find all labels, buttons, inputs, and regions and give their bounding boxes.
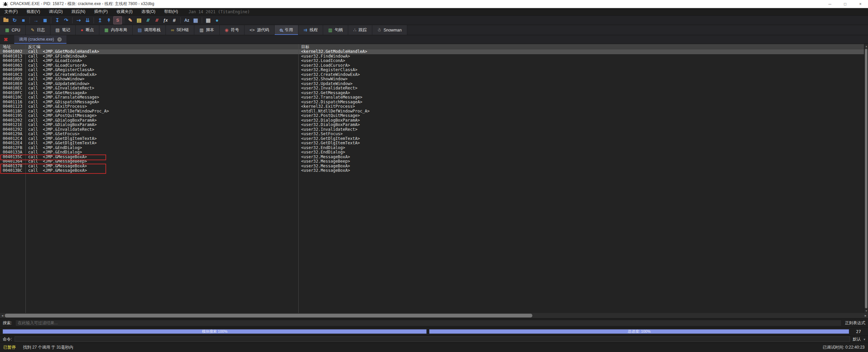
scroll-right-icon[interactable]: ▶: [863, 313, 868, 318]
font-button[interactable]: Az: [182, 16, 191, 24]
fx-button[interactable]: ƒx: [161, 16, 170, 24]
run-to-user-code-button[interactable]: ↟: [104, 16, 113, 24]
table-row[interactable]: 0040129Acall <JMP.&SetFocus><user32.SetF…: [0, 132, 868, 137]
font-icon: Az: [184, 18, 190, 22]
table-row[interactable]: 004010C3call <JMP.&CreateWindowExA><user…: [0, 73, 868, 77]
step-into-button[interactable]: ↧: [53, 16, 62, 24]
chevron-down-icon[interactable]: ▾: [864, 337, 865, 341]
column-divider: [298, 44, 299, 313]
tab-notes[interactable]: ▤ 笔记: [51, 25, 76, 35]
open-file-button[interactable]: [1, 16, 10, 24]
tab-call-stack[interactable]: ▤ 调用堆栈: [133, 25, 166, 35]
regex-toggle[interactable]: 正则表达式: [845, 320, 865, 326]
tab-script[interactable]: ▥ 脚本: [194, 25, 219, 35]
vertical-scrollbar-thumb[interactable]: [865, 49, 867, 308]
table-row[interactable]: 004010ECcall <JMP.&InvalidateRect><user3…: [0, 86, 868, 91]
row-disassembly: call <JMP.&ExitProcess>: [25, 104, 298, 109]
tab-cpu[interactable]: ▦ CPU: [0, 25, 26, 35]
globe-button[interactable]: ●: [213, 16, 221, 24]
table-row[interactable]: 00401013call <JMP.&FindWindowA><user32.F…: [0, 54, 868, 59]
menu-item-help[interactable]: 帮助(H): [160, 8, 182, 15]
row-destination: <ntdll.NtdllDefWindowProc_A>: [298, 109, 868, 114]
subtab-calls[interactable]: 调用 (crackme.exe) ×: [14, 35, 66, 44]
table-row[interactable]: 00401292call <JMP.&InvalidateRect><user3…: [0, 127, 868, 132]
restart-button[interactable]: ↻: [10, 16, 19, 24]
s-button[interactable]: S: [113, 16, 122, 24]
subtab-close-button[interactable]: ×: [57, 37, 62, 42]
table-row[interactable]: 00401002call <JMP.&GetModuleHandleA><ker…: [0, 49, 868, 54]
tab-memory-map[interactable]: ▦ 内存布局: [99, 25, 133, 35]
close-button[interactable]: ×: [853, 0, 868, 8]
column-header-address[interactable]: 地址: [0, 44, 25, 49]
column-header-destination[interactable]: 目标: [298, 44, 868, 49]
menu-item-plugins[interactable]: 插件(P): [90, 8, 112, 15]
table-row[interactable]: 0040110Ccall <JMP.&TranslateMessage><use…: [0, 95, 868, 100]
table-row[interactable]: 00401052call <JMP.&LoadIconA><user32.Loa…: [0, 59, 868, 63]
table-row[interactable]: 00401378call <JMP.&MessageBoxA><user32.M…: [0, 164, 868, 169]
tab-breakpoints[interactable]: ● 断点: [76, 25, 99, 35]
maximize-button[interactable]: □: [837, 0, 853, 8]
table-row[interactable]: 004012FBcall <JMP.&EndDialog><user32.End…: [0, 146, 868, 150]
menu-item-file[interactable]: 文件(F): [0, 8, 22, 15]
trace-over-button[interactable]: ⇊: [83, 16, 92, 24]
table-row[interactable]: 00401202call <JMP.&DialogBoxParamA><user…: [0, 118, 868, 123]
tab-threads[interactable]: ⇉ 线程: [298, 25, 323, 35]
tab-references[interactable]: 引用: [275, 25, 298, 35]
horizontal-scrollbar-thumb[interactable]: [5, 314, 532, 317]
table-row[interactable]: 004012E4call <JMP.&GetDlgItemTextA><user…: [0, 141, 868, 146]
table-row[interactable]: 0040135Ccall <JMP.&MessageBoxA><user32.M…: [0, 155, 868, 160]
pause-button[interactable]: ▮▮: [40, 16, 49, 24]
hash-button[interactable]: #: [170, 16, 179, 24]
table-row[interactable]: 004010E0call <JMP.&UpdateWindow><user32.…: [0, 82, 868, 86]
table-row[interactable]: 004013BCcall <JMP.&MessageBoxA><user32.M…: [0, 168, 868, 173]
menu-item-view[interactable]: 视图(V): [22, 8, 44, 15]
search-input[interactable]: [15, 320, 842, 326]
trace-into-button[interactable]: ⇢: [74, 16, 83, 24]
table-row[interactable]: 00401116call <JMP.&DispatchMessageA><use…: [0, 100, 868, 105]
comment-button[interactable]: ▤: [135, 16, 143, 24]
tab-snowman[interactable]: ☃ Snowman: [372, 25, 407, 35]
tab-trace[interactable]: ∴ 跟踪: [348, 25, 372, 35]
table-row[interactable]: 004010D5call <JMP.&ShowWindow><user32.Sh…: [0, 77, 868, 82]
table-row[interactable]: 00401195call <JMP.&PostQuitMessage><user…: [0, 113, 868, 118]
goto-next-button[interactable]: ///: [152, 16, 161, 24]
calculator-button[interactable]: ▦: [204, 16, 213, 24]
scroll-down-icon[interactable]: ▼: [864, 309, 868, 313]
table-row[interactable]: 0040118Ccall <JMP.&NtdllDefWindowProc_A>…: [0, 109, 868, 114]
tab-symbols[interactable]: ◉ 符号: [220, 25, 244, 35]
table-row[interactable]: 00401123call <JMP.&ExitProcess><kernel32…: [0, 104, 868, 109]
patches-button[interactable]: ▦: [191, 16, 200, 24]
scroll-up-icon[interactable]: ▲: [864, 44, 868, 48]
goto-previous-button[interactable]: ///: [143, 16, 152, 24]
minimize-button[interactable]: ─: [822, 0, 837, 8]
menu-item-debug[interactable]: 调试(D): [44, 8, 67, 15]
tab-source[interactable]: <> 源代码: [244, 25, 275, 35]
table-row[interactable]: 004010FCcall <JMP.&GetMessageA><user32.G…: [0, 91, 868, 96]
patch-button[interactable]: ✎: [126, 16, 135, 24]
tab-handles[interactable]: ▥ 句柄: [323, 25, 348, 35]
menu-item-options[interactable]: 选项(O): [137, 8, 160, 15]
menu-item-trace[interactable]: 跟踪(N): [67, 8, 90, 15]
close-all-tabs-button[interactable]: ✖: [0, 35, 12, 44]
table-row[interactable]: 00401090call <JMP.&RegisterClassA><user3…: [0, 68, 868, 73]
horizontal-scrollbar[interactable]: ◀ ▶: [0, 313, 868, 318]
execute-till-return-button[interactable]: ↥: [96, 16, 104, 24]
tab-log[interactable]: ✎ 日志: [26, 25, 51, 35]
step-over-button[interactable]: ↷: [62, 16, 71, 24]
table-row[interactable]: 00401063call <JMP.&LoadCursorA><user32.L…: [0, 63, 868, 68]
step-into-icon: ↧: [55, 18, 60, 23]
table-row[interactable]: 004012C4call <JMP.&GetDlgItemTextA><user…: [0, 137, 868, 141]
scroll-left-icon[interactable]: ◀: [0, 313, 5, 318]
command-input[interactable]: [15, 336, 850, 342]
table-row[interactable]: 0040121Ecall <JMP.&DialogBoxParamA><user…: [0, 123, 868, 127]
menu-item-favourites[interactable]: 收藏夹(I): [112, 8, 137, 15]
vertical-scrollbar[interactable]: ▲ ▼: [864, 44, 868, 313]
tab-seh[interactable]: ∞ SEH链: [166, 25, 194, 35]
table-row[interactable]: 00401364call <JMP.&MessageBeep><user32.M…: [0, 159, 868, 164]
run-button[interactable]: →: [32, 16, 40, 24]
stop-button[interactable]: ■: [19, 16, 28, 24]
row-address: 00401002: [0, 49, 25, 54]
column-header-disassembly[interactable]: 反汇编: [25, 44, 298, 49]
command-profile-dropdown[interactable]: 默认: [853, 336, 861, 342]
table-row[interactable]: 0040133Acall <JMP.&EndDialog><user32.End…: [0, 150, 868, 155]
